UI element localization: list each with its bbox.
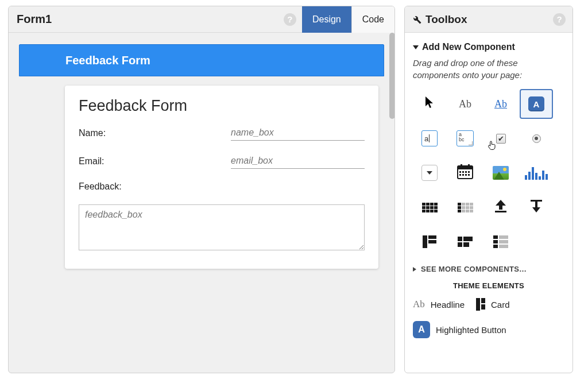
toolbox-panel: Toolbox ? Add New Component Drag and dro… xyxy=(404,6,573,373)
component-download[interactable] xyxy=(520,192,553,222)
see-more-label: SEE MORE COMPONENTS… xyxy=(421,265,527,273)
component-chart[interactable] xyxy=(520,158,553,188)
name-label: Name: xyxy=(79,128,231,138)
cursor-icon xyxy=(424,96,435,112)
email-input[interactable] xyxy=(231,153,365,169)
toolbox-title-text: Toolbox xyxy=(425,13,467,26)
theme-highlighted-button-label: Highlighted Button xyxy=(436,325,506,335)
checkbox-icon: ✔ xyxy=(496,134,506,144)
tab-design[interactable]: Design xyxy=(302,6,351,33)
theme-row-1: Ab Headline Card xyxy=(413,298,564,311)
form-banner-text: Feedback Form xyxy=(65,54,150,67)
component-grid: Ab Ab A a abc ✔ xyxy=(413,89,564,257)
design-header: Form1 ? Design Code xyxy=(9,6,394,33)
add-component-label: Add New Component xyxy=(422,42,515,52)
radio-icon xyxy=(532,134,541,143)
dropdown-icon xyxy=(421,165,438,181)
add-component-header[interactable]: Add New Component xyxy=(413,42,564,52)
feedback-textarea[interactable] xyxy=(79,204,365,250)
component-richtext[interactable] xyxy=(484,227,517,257)
svg-rect-12 xyxy=(495,211,506,212)
svg-rect-4 xyxy=(459,171,461,173)
design-panel: Form1 ? Design Code Feedback Form Feedba… xyxy=(8,6,395,373)
image-icon xyxy=(493,166,509,180)
expand-icon xyxy=(413,267,416,272)
svg-rect-3 xyxy=(468,164,470,168)
upload-icon xyxy=(493,199,508,216)
wrench-icon xyxy=(412,14,422,25)
toolbox-help-icon[interactable]: ? xyxy=(553,13,566,26)
tab-code[interactable]: Code xyxy=(351,6,394,33)
headline-icon: Ab xyxy=(413,299,425,310)
feedback-row: Feedback: xyxy=(79,181,365,192)
svg-rect-1 xyxy=(458,166,473,169)
component-cursor[interactable] xyxy=(413,89,446,119)
svg-rect-8 xyxy=(459,174,461,176)
form-title: Form1 xyxy=(9,13,284,26)
theme-card[interactable]: Card xyxy=(476,298,510,311)
help-icon[interactable]: ? xyxy=(284,13,296,26)
svg-rect-11 xyxy=(468,174,470,176)
textbox-icon: a xyxy=(421,130,438,146)
label-icon: Ab xyxy=(459,98,471,110)
columnpanel-icon xyxy=(423,235,436,248)
component-flowpanel[interactable] xyxy=(448,227,482,257)
textarea-icon: abc xyxy=(457,130,474,146)
component-textarea[interactable]: abc xyxy=(448,123,482,153)
design-canvas[interactable]: Feedback Form Feedback Form Name: Email:… xyxy=(9,33,394,373)
component-button[interactable]: A xyxy=(520,89,553,119)
svg-rect-6 xyxy=(465,171,467,173)
component-textbox[interactable]: a xyxy=(413,123,446,153)
feedback-label: Feedback: xyxy=(79,181,122,192)
component-image[interactable] xyxy=(484,158,517,188)
form-card[interactable]: Feedback Form Name: Email: Feedback: xyxy=(65,86,378,269)
svg-rect-9 xyxy=(462,174,464,176)
feedback-textarea-wrap xyxy=(79,204,365,253)
datagrid-light-icon xyxy=(458,203,473,212)
datagrid-icon xyxy=(422,203,438,212)
richtext-icon xyxy=(493,235,508,248)
theme-headline[interactable]: Ab Headline xyxy=(413,298,465,311)
toolbox-hint: Drag and drop one of these components on… xyxy=(413,57,564,81)
theme-headline-label: Headline xyxy=(431,300,465,310)
email-row: Email: xyxy=(79,153,365,169)
component-datagrid[interactable] xyxy=(413,192,446,222)
svg-rect-5 xyxy=(462,171,464,173)
calendar-icon xyxy=(457,164,473,182)
theme-card-label: Card xyxy=(491,300,510,310)
theme-row-2: A Highlighted Button xyxy=(413,321,564,338)
button-icon: A xyxy=(528,96,544,111)
toolbox-body: Add New Component Drag and drop one of t… xyxy=(405,33,572,373)
component-datagrid-light[interactable] xyxy=(448,192,482,222)
form-banner[interactable]: Feedback Form xyxy=(19,44,384,76)
component-label[interactable]: Ab xyxy=(448,89,482,119)
name-row: Name: xyxy=(79,125,365,141)
svg-rect-14 xyxy=(535,202,537,208)
svg-rect-7 xyxy=(468,171,470,173)
component-checkbox[interactable]: ✔ xyxy=(484,123,517,153)
svg-rect-2 xyxy=(461,164,462,168)
component-columnpanel[interactable] xyxy=(413,227,446,257)
component-dropdown[interactable] xyxy=(413,158,446,188)
card-title: Feedback Form xyxy=(79,97,365,115)
svg-rect-10 xyxy=(465,174,467,176)
highlighted-button-icon: A xyxy=(413,321,430,338)
component-datepicker[interactable] xyxy=(448,158,482,188)
see-more-components[interactable]: SEE MORE COMPONENTS… xyxy=(413,265,564,273)
link-icon: Ab xyxy=(494,98,507,110)
component-upload[interactable] xyxy=(484,192,517,222)
chart-icon xyxy=(525,166,548,180)
name-input[interactable] xyxy=(231,125,365,141)
card-icon xyxy=(476,298,485,311)
theme-highlighted-button[interactable]: A Highlighted Button xyxy=(413,321,506,338)
component-link[interactable]: Ab xyxy=(484,89,517,119)
flowpanel-icon xyxy=(458,237,473,247)
collapse-icon xyxy=(413,45,419,49)
email-label: Email: xyxy=(79,156,231,167)
component-radio[interactable] xyxy=(520,123,553,153)
svg-rect-13 xyxy=(531,200,542,202)
toolbox-header: Toolbox ? xyxy=(405,6,572,33)
download-icon xyxy=(529,199,544,216)
toolbox-title: Toolbox xyxy=(412,13,553,26)
theme-elements-heading: THEME ELEMENTS xyxy=(413,281,564,290)
